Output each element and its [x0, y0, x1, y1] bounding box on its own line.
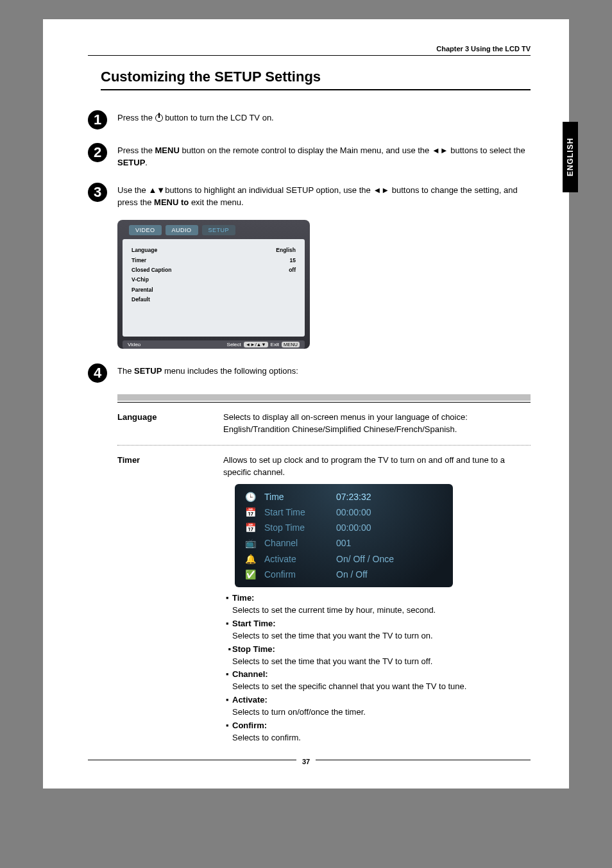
bullet-activate: ▪Activate:Selects to turn on/off/once th… [226, 694, 531, 719]
bullet-channel: ▪Channel:Selects to set the specific cha… [226, 669, 531, 693]
document-page: Chapter 3 Using the LCD TV Customizing t… [43, 19, 569, 789]
arrows-btn-icon: ◄►/▲▼ [244, 342, 268, 347]
options-header-bar [117, 394, 531, 401]
timer-menu-screenshot: 🕒 Time 07:23:32 📅 Start Time 00:00:00 📅 … [235, 484, 453, 588]
chapter-text: Chapter 3 Using the LCD TV [436, 45, 531, 53]
bullet-start-time: ▪Start Time:Selects to set the time that… [226, 618, 531, 642]
chapter-header: Chapter 3 Using the LCD TV [88, 45, 531, 56]
option-desc: Selects to display all on-screen menus i… [223, 412, 531, 436]
menu-footer: Video Select ◄►/▲▼ Exit MENU [123, 340, 305, 349]
page-title: Customizing the SETUP Settings [101, 69, 531, 85]
option-label: Timer [117, 455, 223, 746]
title-underline [101, 89, 531, 90]
step-num-4: 4 [88, 363, 107, 383]
menu-footer-title: Video [128, 342, 140, 347]
timer-bullet-list: ▪Time:Selects to set the current time by… [223, 592, 531, 744]
menu-btn-icon: MENU [282, 342, 300, 347]
tab-audio: AUDIO [166, 225, 198, 235]
option-language: Language Selects to display all on-scree… [117, 412, 531, 436]
step-3: 3 Use the ▲▼buttons to highlight an indi… [88, 181, 531, 209]
menu-row: V-Chip [132, 275, 296, 285]
menu-row: Parental [132, 285, 296, 295]
tab-video: VIDEO [129, 225, 162, 235]
timer-row-start: 📅 Start Time 00:00:00 [244, 505, 444, 520]
timer-row-confirm: ✅ Confirm On / Off [244, 567, 444, 582]
check-confirm-icon: ✅ [244, 568, 257, 581]
power-icon [155, 114, 163, 122]
calendar-start-icon: 📅 [244, 506, 257, 519]
timer-row-channel: 📺 Channel 001 [244, 535, 444, 551]
language-side-tab: ENGLISH [563, 122, 578, 192]
step-2: 2 Press the MENU button on the remote co… [88, 141, 531, 169]
tab-setup: SETUP [202, 225, 236, 235]
timer-row-stop: 📅 Stop Time 00:00:00 [244, 520, 444, 535]
option-desc: Allows to set up clock and to program th… [223, 455, 531, 746]
step-num-3: 3 [88, 183, 107, 202]
step-4: 4 The SETUP menu includes the following … [88, 362, 531, 383]
menu-row: Timer15 [132, 256, 296, 265]
option-label: Language [117, 412, 223, 436]
step-num-1: 1 [88, 110, 107, 129]
timer-row-activate: 🔔 Activate On/ Off / Once [244, 551, 444, 567]
step-1: 1 Press the button to turn the LCD TV on… [88, 108, 531, 129]
option-timer: Timer Allows to set up clock and to prog… [117, 455, 531, 746]
menu-body: LanguageEnglish Timer15 Closed Captionof… [123, 239, 305, 337]
setup-menu-screenshot: VIDEO AUDIO SETUP LanguageEnglish Timer1… [117, 220, 310, 349]
options-header-line [117, 402, 531, 403]
clock-icon: 🕒 [244, 490, 257, 503]
options-section: Language Selects to display all on-scree… [117, 394, 531, 745]
bell-activate-icon: 🔔 [244, 553, 257, 565]
dotted-separator [117, 445, 531, 446]
tv-channel-icon: 📺 [244, 537, 257, 550]
step-num-2: 2 [88, 143, 107, 162]
menu-row: Closed Captionoff [132, 265, 296, 275]
menu-row: Default [132, 295, 296, 305]
menu-row: LanguageEnglish [132, 246, 296, 255]
bullet-time: ▪Time:Selects to set the current time by… [226, 592, 531, 617]
timer-row-time: 🕒 Time 07:23:32 [244, 489, 444, 505]
bullet-stop-time: ▪Stop Time:Selects to set the time that … [226, 644, 531, 668]
menu-tabs: VIDEO AUDIO SETUP [117, 225, 310, 235]
page-number: 37 [296, 758, 316, 765]
bullet-confirm: ▪Confirm:Selects to confirm. [226, 720, 531, 744]
calendar-stop-icon: 📅 [244, 521, 257, 534]
